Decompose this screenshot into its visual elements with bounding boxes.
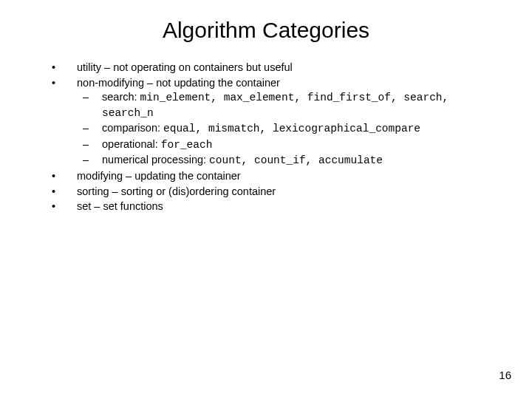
bullet-text: non-modifying – not updating the contain… (77, 77, 280, 89)
bullet-text: utility – not operating on containers bu… (77, 61, 293, 73)
list-item: search: min_element, max_element, find_f… (77, 90, 502, 120)
list-item: numerical processing: count, count_if, a… (77, 153, 502, 168)
code-text: count, count_if, accumulate (209, 154, 383, 166)
sub-label: search: (102, 91, 140, 103)
sub-label: operational: (102, 138, 161, 150)
bullet-text: sorting – sorting or (dis)ordering conta… (77, 185, 276, 197)
sub-bullet-list: search: min_element, max_element, find_f… (77, 90, 502, 168)
bullet-list: utility – not operating on containers bu… (52, 61, 502, 214)
code-text: equal, mismatch, lexicographical_compare (163, 123, 420, 134)
list-item: utility – not operating on containers bu… (52, 61, 502, 75)
sub-label: numerical processing: (102, 154, 209, 166)
slide-title: Algorithm Categories (0, 0, 532, 61)
list-item: sorting – sorting or (dis)ordering conta… (52, 185, 502, 200)
code-text: min_element, max_element, find_first_of,… (102, 92, 449, 119)
list-item: operational: for_each (77, 137, 502, 153)
list-item: comparison: equal, mismatch, lexicograph… (77, 121, 502, 137)
code-text: for_each (161, 139, 213, 151)
bullet-text: set – set functions (77, 200, 163, 212)
list-item: modifying – updating the container (52, 169, 502, 184)
bullet-text: modifying – updating the container (77, 170, 241, 182)
slide-body: utility – not operating on containers bu… (0, 61, 532, 214)
page-number: 16 (499, 369, 511, 381)
slide: Algorithm Categories utility – not opera… (0, 0, 532, 399)
list-item: set – set functions (52, 200, 502, 214)
sub-label: comparison: (102, 122, 163, 134)
list-item: non-modifying – not updating the contain… (52, 76, 502, 168)
